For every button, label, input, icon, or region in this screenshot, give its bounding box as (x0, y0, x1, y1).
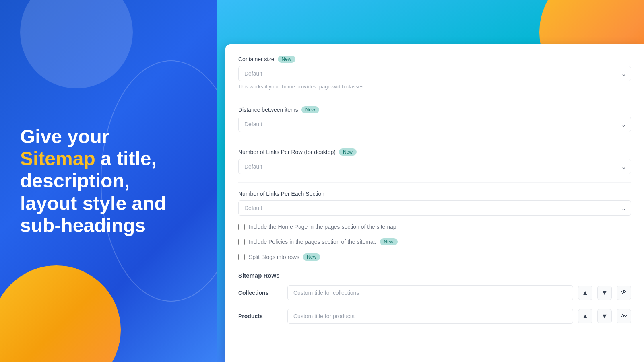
chevron-down-icon: ▼ (601, 313, 608, 320)
container-size-badge: New (278, 56, 295, 63)
distance-label: Distance between items New (238, 106, 631, 113)
hero-heading: Give your Sitemap a title, description, … (20, 125, 166, 237)
divider-2 (238, 140, 631, 140)
collections-visibility-button[interactable]: 👁 (617, 286, 631, 300)
links-per-row-badge: New (339, 148, 357, 156)
checkbox-home-group: Include the Home Page in the pages secti… (238, 224, 631, 230)
links-per-section-select[interactable]: Default (238, 200, 631, 216)
divider-3 (238, 182, 631, 183)
checkbox-policies-badge: New (380, 238, 398, 245)
links-per-section-label: Number of Links Per Each Section (238, 191, 631, 197)
collections-label: Collections (238, 290, 283, 296)
products-down-button[interactable]: ▼ (597, 309, 612, 323)
products-up-button[interactable]: ▲ (578, 309, 592, 323)
distance-badge: New (301, 106, 319, 113)
sitemap-row-collections: Collections ▲ ▼ 👁 (238, 285, 631, 300)
heading-highlight: Sitemap (20, 148, 95, 169)
collections-up-button[interactable]: ▲ (578, 286, 592, 300)
heading-line4: layout style and (20, 193, 166, 214)
checkbox-policies-group: Include Policies in the pages section of… (238, 238, 631, 245)
products-visibility-button[interactable]: 👁 (617, 309, 631, 323)
sitemap-rows-title: Sitemap Rows (238, 269, 631, 279)
checkbox-home-label: Include the Home Page in the pages secti… (249, 224, 396, 230)
form-section: Container size New Default ⌄ This works … (225, 44, 644, 324)
settings-card: Container size New Default ⌄ This works … (225, 44, 644, 362)
checkbox-policies[interactable] (238, 239, 245, 245)
products-input[interactable] (287, 309, 573, 324)
checkbox-home[interactable] (238, 224, 245, 230)
checkbox-policies-label: Include Policies in the pages section of… (249, 238, 398, 245)
checkbox-blogs-label: Split Blogs into rows New (249, 253, 320, 261)
container-size-select[interactable]: Default (238, 66, 631, 81)
container-size-label: Container size New (238, 56, 631, 63)
left-panel: Give your Sitemap a title, description, … (0, 0, 217, 362)
links-per-section-group: Number of Links Per Each Section Default… (238, 191, 631, 216)
links-per-section-select-wrapper: Default ⌄ (238, 200, 631, 216)
collections-input[interactable] (287, 285, 573, 300)
decorative-circle-bottom (0, 265, 121, 362)
container-size-hint: This works if your theme provides .page-… (238, 84, 631, 90)
container-size-select-wrapper: Default ⌄ (238, 66, 631, 81)
checkbox-blogs[interactable] (238, 254, 245, 260)
links-per-row-select-wrapper: Default ⌄ (238, 159, 631, 174)
links-per-row-group: Number of Links Per Row (for desktop) Ne… (238, 148, 631, 174)
decorative-circle-top (20, 0, 133, 88)
divider-1 (238, 98, 631, 98)
eye-icon: 👁 (621, 313, 627, 320)
distance-group: Distance between items New Default ⌄ (238, 106, 631, 132)
container-size-group: Container size New Default ⌄ This works … (238, 56, 631, 90)
chevron-up-icon: ▲ (582, 313, 588, 320)
distance-select[interactable]: Default (238, 117, 631, 132)
checkbox-blogs-group: Split Blogs into rows New (238, 253, 631, 261)
chevron-down-icon: ▼ (601, 289, 608, 296)
links-per-row-select[interactable]: Default (238, 159, 631, 174)
right-panel: Container size New Default ⌄ This works … (217, 0, 644, 362)
chevron-up-icon: ▲ (582, 289, 588, 296)
sitemap-row-products: Products ▲ ▼ 👁 (238, 309, 631, 324)
heading-line2: a title, (101, 148, 157, 169)
heading-line3: description, (20, 170, 130, 191)
distance-select-wrapper: Default ⌄ (238, 117, 631, 132)
heading-line5: sub-headings (20, 215, 146, 236)
heading-line1: Give your (20, 126, 109, 147)
eye-icon: 👁 (621, 289, 627, 296)
products-label: Products (238, 313, 283, 319)
collections-down-button[interactable]: ▼ (597, 286, 612, 300)
links-per-row-label: Number of Links Per Row (for desktop) Ne… (238, 148, 631, 156)
checkbox-blogs-badge: New (303, 253, 320, 261)
